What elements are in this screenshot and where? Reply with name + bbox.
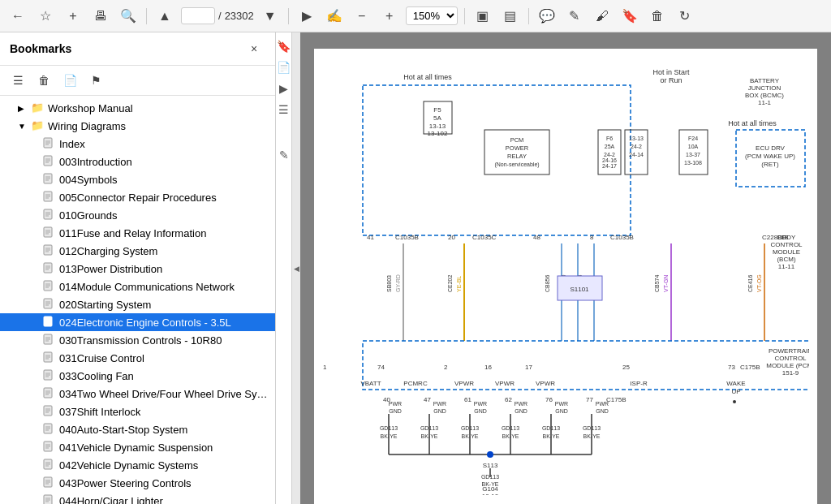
sidebar-item-034two[interactable]: 034Two Wheel Drive/Four Wheel Drive Syst… (0, 385, 275, 403)
svg-text:11-1: 11-1 (758, 99, 772, 106)
page-icon (42, 351, 55, 364)
svg-text:CE202: CE202 (447, 274, 453, 292)
svg-text:CB574: CB574 (654, 274, 660, 292)
measure-button[interactable]: ▤ (499, 5, 522, 28)
sidebar-export-button[interactable]: 📄 (58, 71, 81, 90)
svg-text:20: 20 (448, 234, 455, 241)
cursor-tool-button[interactable]: ▶ (295, 5, 318, 28)
sidebar-item-index[interactable]: Index (0, 135, 275, 153)
sidebar-item-label: 034Two Wheel Drive/Four Wheel Drive Syst… (59, 388, 269, 400)
svg-text:25: 25 (622, 364, 630, 371)
svg-text:PCMRC: PCMRC (403, 380, 428, 387)
svg-rect-80 (44, 495, 52, 504)
sidebar-item-014module[interactable]: 014Module Communications Network (0, 278, 275, 295)
svg-text:VT-GN: VT-GN (663, 275, 669, 292)
sidebar-item-label: Workshop Manual (48, 102, 133, 114)
sidebar-item-003introduction[interactable]: 003Introduction (0, 153, 275, 170)
zoom-out-button[interactable]: − (351, 5, 373, 28)
page-icon (42, 494, 55, 504)
page-icon (42, 334, 55, 347)
back-button[interactable]: ← (6, 5, 29, 28)
sidebar-item-011fuse[interactable]: 011Fuse and Relay Information (0, 224, 275, 242)
sidebar-item-042vehicle-dynamic-systems[interactable]: 042Vehicle Dynamic Systems (0, 456, 275, 474)
sidebar-item-004symbols[interactable]: 004Symbols (0, 170, 275, 188)
sidebar-item-041vehicle-dynamic-suspension[interactable]: 041Vehicle Dynamic Suspension (0, 438, 275, 456)
undo-button[interactable]: ↻ (674, 5, 696, 28)
sidebar-item-020starting[interactable]: 020Starting System (0, 295, 275, 313)
toolbar-sep-3 (464, 8, 465, 24)
panel-icon-3[interactable]: ▶ (277, 81, 291, 96)
sidebar-item-label: 005Connector Repair Procedures (59, 192, 217, 204)
page-icon (42, 387, 55, 400)
sidebar-item-005connector[interactable]: 005Connector Repair Procedures (0, 188, 275, 206)
panel-icon-2[interactable]: 📄 (277, 60, 291, 75)
svg-text:GND: GND (515, 408, 527, 414)
zoom-in-button[interactable]: + (378, 5, 401, 28)
svg-text:CONTROL: CONTROL (774, 355, 807, 362)
svg-text:48: 48 (533, 234, 540, 241)
svg-text:41: 41 (367, 234, 374, 241)
sidebar-item-043power-steering[interactable]: 043Power Steering Controls (0, 474, 275, 492)
sidebar-item-037shift[interactable]: 037Shift Interlock (0, 403, 275, 420)
sidebar-item-031cruise[interactable]: 031Cruise Control (0, 349, 275, 367)
sidebar-item-024electronic[interactable]: 024Electronic Engine Controls - 3.5L (0, 313, 275, 331)
pdf-content-area[interactable]: Hot at all times Hot in Start or Run BAT… (300, 32, 831, 504)
svg-text:F5: F5 (433, 106, 441, 114)
toolbar-sep-1 (146, 8, 147, 24)
svg-text:13-13: 13-13 (429, 123, 446, 130)
panel-icon-5[interactable]: ✎ (277, 148, 291, 162)
sidebar-item-013power[interactable]: 013Power Distribution (0, 260, 275, 278)
svg-text:(RET): (RET) (761, 161, 779, 168)
sidebar-item-040auto[interactable]: 040Auto-Start-Stop System (0, 420, 275, 438)
pencil-button[interactable]: ✎ (563, 5, 586, 28)
svg-text:73: 73 (728, 364, 735, 371)
sidebar-delete-button[interactable]: 🗑 (32, 71, 55, 90)
zoom-select[interactable]: 150% 100% 75% (406, 6, 458, 25)
highlight-button[interactable]: 🖌 (591, 5, 614, 28)
toolbar-sep-2 (288, 8, 289, 24)
svg-text:SB803: SB803 (386, 275, 392, 292)
svg-text:24-14: 24-14 (629, 152, 644, 157)
delete-button[interactable]: 🗑 (646, 5, 669, 28)
next-page-button[interactable]: ▼ (259, 5, 282, 28)
page-input[interactable]: 174 (181, 7, 215, 24)
bookmark-toggle-button[interactable]: ☆ (34, 5, 57, 28)
sidebar-item-033cooling[interactable]: 033Cooling Fan (0, 367, 275, 385)
sidebar-item-label: 042Vehicle Dynamic Systems (59, 459, 198, 472)
sidebar-item-012charging[interactable]: 012Charging System (0, 242, 275, 260)
prev-page-button[interactable]: ▲ (153, 5, 176, 28)
svg-text:Hot in Start: Hot in Start (652, 68, 690, 76)
page-separator: / (218, 10, 222, 22)
sidebar-item-010grounds[interactable]: 010Grounds (0, 206, 275, 224)
sidebar-item-workshop-manual[interactable]: ▶📁Workshop Manual (0, 99, 275, 117)
page-icon (42, 209, 55, 222)
sidebar-item-044horn[interactable]: 044Horn/Cigar Lighter (0, 492, 275, 504)
stamp-button[interactable]: 🔖 (618, 5, 641, 28)
sidebar-list-button[interactable]: ☰ (6, 71, 29, 90)
svg-text:PWR: PWR (389, 401, 402, 407)
add-bookmark-button[interactable]: + (62, 5, 84, 28)
sidebar-item-label: 041Vehicle Dynamic Suspension (59, 442, 213, 454)
svg-point-225 (733, 400, 736, 403)
svg-text:(BCM): (BCM) (777, 256, 795, 263)
panel-icon-4[interactable]: ☰ (277, 102, 291, 117)
hand-tool-button[interactable]: ✍ (323, 5, 346, 28)
zoom-out-small-button[interactable]: 🔍 (117, 5, 140, 28)
sidebar-header: Bookmarks × (0, 32, 275, 66)
page-icon (42, 137, 55, 150)
svg-text:25A: 25A (605, 144, 615, 149)
collapse-handle[interactable]: ◀ (292, 32, 300, 504)
sidebar-item-030transmission[interactable]: 030Transmission Controls - 10R80 (0, 331, 275, 349)
sidebar-close-button[interactable]: × (243, 39, 265, 58)
toolbar-sep-4 (528, 8, 529, 24)
folder-icon: 📁 (31, 119, 44, 132)
svg-text:F6: F6 (606, 136, 613, 141)
comment-button[interactable]: 💬 (536, 5, 558, 28)
panel-icon-1[interactable]: 🔖 (277, 39, 291, 54)
page-icon (42, 244, 55, 257)
sidebar-item-wiring-diagrams[interactable]: ▼📁Wiring Diagrams (0, 117, 275, 135)
svg-text:JUNCTION: JUNCTION (748, 84, 781, 92)
sidebar-tag-button[interactable]: ⚑ (84, 71, 107, 90)
crop-button[interactable]: ▣ (471, 5, 494, 28)
print-button[interactable]: 🖶 (89, 5, 112, 28)
